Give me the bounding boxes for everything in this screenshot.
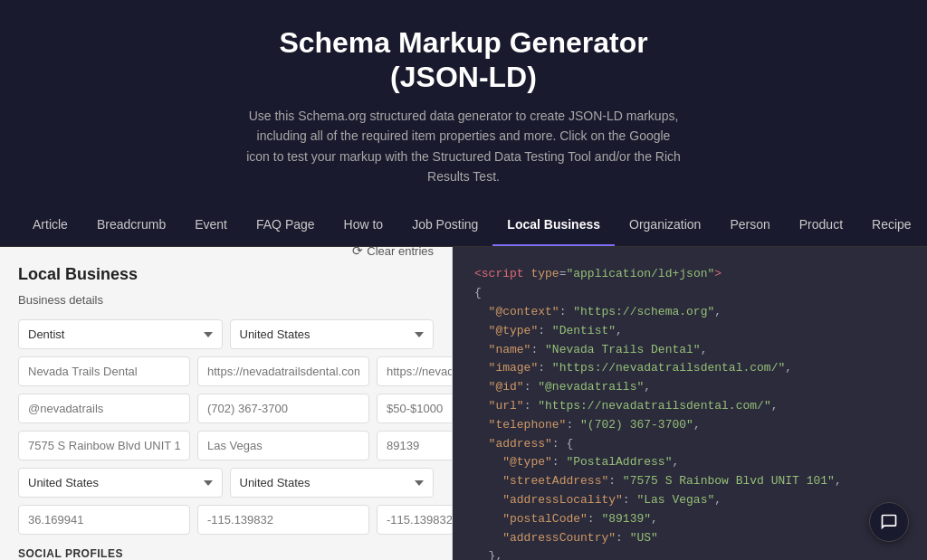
panel-title: Local Business [18,265,138,284]
nav-item-organization[interactable]: Organization [615,204,715,246]
code-line: "url": "https://nevadatrailsdental.com/"… [474,397,905,416]
nav-item-recipe[interactable]: Recipe [857,204,926,246]
city-input[interactable] [197,431,369,460]
social-input[interactable] [18,394,190,423]
business-name-input[interactable] [18,356,190,386]
page-description: Use this Schema.org structured data gene… [246,106,681,187]
row-address-city-zip [18,431,434,460]
social-profiles-label: SOCIAL PROFILES [18,547,434,560]
nav-item-article[interactable]: Article [18,204,82,246]
main-content: Local Business ⟳ Clear entries Business … [0,247,927,560]
code-line: "telephone": "(702) 367-3700", [474,416,905,435]
country2-select[interactable]: United States [18,468,223,498]
nav-item-how-to[interactable]: How to [330,204,398,246]
code-line: "@id": "@nevadatrails", [474,378,905,397]
code-line: "image": "https://nevadatrailsdental.com… [474,359,905,378]
code-line: "postalCode": "89139", [474,510,905,529]
left-panel: Local Business ⟳ Clear entries Business … [0,247,453,560]
chat-icon [880,513,898,531]
nav-item-breadcrumb[interactable]: Breadcrumb [82,204,180,246]
code-line: "address": { [474,435,905,454]
nav-item-product[interactable]: Product [785,204,857,246]
nav-item-job-posting[interactable]: Job Posting [397,204,492,246]
nav-bar: ArticleBreadcrumbEventFAQ PageHow toJob … [0,204,927,247]
panel-subtitle: Business details [18,293,434,307]
page-header: Schema Markup Generator (JSON-LD) Use th… [0,0,927,204]
social-profiles-section: SOCIAL PROFILES Add Social Profiles [18,547,434,560]
code-line: }, [474,547,905,560]
row-lat-lng [18,505,434,535]
code-script-tag: <script type="application/ld+json"> [474,265,905,284]
code-line: "@type": "PostalAddress", [474,453,905,472]
row-name-url-image [18,356,434,386]
page-title: Schema Markup Generator (JSON-LD) [18,25,909,95]
code-line: "addressLocality": "Las Vegas", [474,491,905,510]
business-type-select[interactable]: Dentist [18,319,223,349]
nav-item-faq-page[interactable]: FAQ Page [242,204,330,246]
country-select[interactable]: United States [230,319,435,349]
row-country2-state: United States United States [18,468,434,498]
nav-item-event[interactable]: Event [180,204,242,246]
right-panel: <script type="application/ld+json">{ "@c… [453,247,927,560]
state-select[interactable]: United States [230,468,435,498]
latitude-input[interactable] [18,505,190,535]
code-line: "@type": "Dentist", [474,322,905,341]
longitude-input[interactable] [197,505,369,535]
chat-button[interactable] [869,502,909,542]
clear-entries-button[interactable]: ⟳ Clear entries [352,247,434,258]
code-line: "name": "Nevada Trails Dental", [474,341,905,360]
image-input[interactable] [377,356,453,386]
code-line: { [474,284,905,303]
phone-input[interactable] [197,394,369,423]
address-input[interactable] [18,431,190,460]
code-line: "@context": "https://schema.org", [474,303,905,322]
code-line: "streetAddress": "7575 S Rainbow Blvd UN… [474,472,905,491]
nav-item-local-business[interactable]: Local Business [492,204,615,246]
row-type-country: Dentist United States [18,319,434,349]
price-input[interactable] [377,394,453,423]
code-line: "addressCountry": "US" [474,529,905,548]
row-social-phone-price [18,394,434,423]
longitude2-input[interactable] [377,505,453,535]
zip-input[interactable] [377,431,453,460]
nav-item-person[interactable]: Person [715,204,784,246]
url-input[interactable] [197,356,369,386]
